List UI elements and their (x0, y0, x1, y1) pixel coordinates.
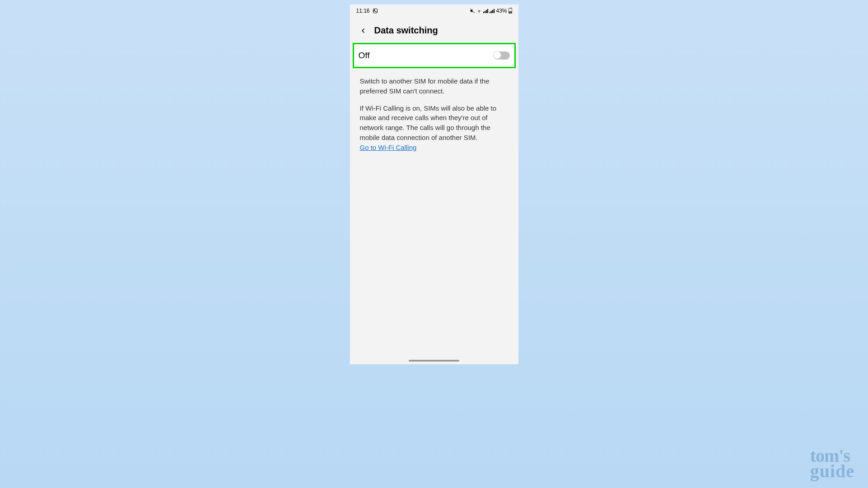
watermark-logo: tom's guide (810, 448, 854, 479)
svg-point-1 (374, 10, 375, 11)
description-block: Switch to another SIM for mobile data if… (350, 68, 518, 159)
svg-rect-0 (373, 9, 377, 13)
description-paragraph-2: If Wi-Fi Calling is on, SIMs will also b… (360, 103, 509, 153)
navigation-handle[interactable] (409, 360, 459, 362)
watermark-line2: guide (810, 464, 854, 479)
svg-point-3 (479, 12, 480, 13)
toggle-knob (493, 51, 501, 59)
page-title: Data switching (374, 25, 438, 36)
status-time: 11:16 (356, 8, 370, 14)
status-bar: 11:16 43% (350, 5, 518, 17)
data-switching-toggle[interactable] (494, 51, 510, 60)
mute-icon (470, 8, 475, 14)
toggle-row-highlighted[interactable]: Off (353, 43, 516, 68)
image-icon (373, 8, 378, 14)
toggle-label: Off (359, 51, 370, 60)
battery-icon (509, 8, 512, 14)
wifi-small-icon (476, 8, 482, 14)
description-text-2: If Wi-Fi Calling is on, SIMs will also b… (360, 104, 497, 141)
signal-icon-1 (483, 9, 488, 13)
wifi-calling-link[interactable]: Go to Wi-Fi Calling (360, 144, 417, 151)
back-button[interactable] (359, 27, 367, 35)
battery-percent: 43% (496, 8, 507, 14)
phone-screen: 11:16 43% Data switching Off (350, 5, 518, 364)
description-paragraph-1: Switch to another SIM for mobile data if… (360, 76, 509, 96)
page-header: Data switching (350, 17, 518, 40)
signal-icon-2 (490, 9, 495, 13)
